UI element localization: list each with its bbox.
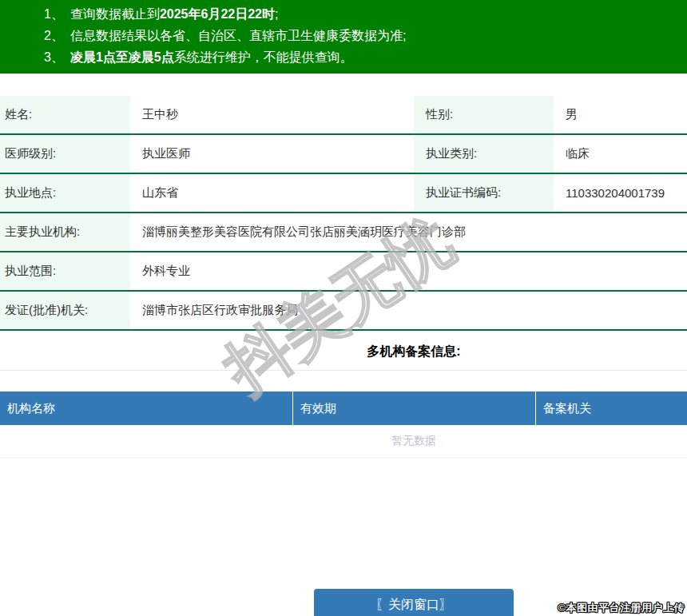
close-window-button[interactable]: 〖关闭窗口〗 — [314, 589, 514, 616]
field-value-practice-category: 临床 — [554, 135, 687, 173]
field-label-issuing-authority: 发证(批准)机关: — [0, 292, 130, 329]
notice-text: 查询数据截止到2025年6月22日22时; — [70, 3, 279, 25]
notice-number: 3、 — [44, 46, 64, 68]
org-header-filing-authority: 备案机关 — [536, 391, 687, 425]
table-row: 执业地点: 山东省 执业证书编码: 110330204001739 — [0, 174, 687, 213]
page-viewport: 1、 查询数据截止到2025年6月22日22时; 2、 信息数据结果以各省、自治… — [0, 0, 687, 616]
field-value-name: 王中秒 — [130, 96, 414, 133]
notice-text: 信息数据结果以各省、自治区、直辖市卫生健康委数据为准; — [70, 25, 406, 46]
field-label-practice-category: 执业类别: — [414, 135, 554, 173]
org-header-institution-name: 机构名称 — [0, 391, 292, 425]
multi-org-title: 多机构备案信息: — [0, 344, 687, 360]
field-label-gender: 性别: — [414, 96, 554, 133]
notice-item: 3、 凌晨1点至凌晨5点系统进行维护，不能提供查询。 — [0, 46, 687, 68]
empty-data-text: 暂无数据 — [0, 425, 687, 458]
notice-number: 1、 — [44, 3, 64, 25]
upload-attribution-stamp: ©本图由平台注册用户上传 — [558, 601, 685, 615]
table-row: 发证(批准)机关: 淄博市张店区行政审批服务局 — [0, 292, 687, 331]
table-row: 姓名: 王中秒 性别: 男 — [0, 96, 687, 135]
notice-list: 1、 查询数据截止到2025年6月22日22时; 2、 信息数据结果以各省、自治… — [0, 3, 687, 68]
org-header-validity-period: 有效期 — [293, 391, 535, 425]
field-label-practice-location: 执业地点: — [0, 174, 130, 212]
field-label-name: 姓名: — [0, 96, 130, 133]
multi-org-section-header: 多机构备案信息: — [0, 344, 687, 371]
field-value-certificate-no: 110330204001739 — [554, 174, 687, 212]
field-label-certificate-no: 执业证书编码: — [414, 174, 554, 212]
notice-item: 2、 信息数据结果以各省、自治区、直辖市卫生健康委数据为准; — [0, 25, 687, 46]
table-row: 执业范围: 外科专业 — [0, 252, 687, 292]
notice-number: 2、 — [44, 25, 64, 46]
notice-item: 1、 查询数据截止到2025年6月22日22时; — [0, 3, 687, 25]
table-row: 医师级别: 执业医师 执业类别: 临床 — [0, 135, 687, 174]
field-label-doctor-level: 医师级别: — [0, 135, 130, 173]
field-value-main-institution: 淄博丽美整形美容医院有限公司张店丽美涵玥医疗美容门诊部 — [130, 213, 687, 251]
field-value-doctor-level: 执业医师 — [130, 135, 414, 173]
notice-text: 凌晨1点至凌晨5点系统进行维护，不能提供查询。 — [70, 46, 353, 68]
practitioner-info-table: 姓名: 王中秒 性别: 男 医师级别: 执业医师 执业类别: 临床 执业地点: … — [0, 96, 687, 331]
org-table-header: 机构名称 有效期 备案机关 — [0, 391, 687, 425]
table-row: 主要执业机构: 淄博丽美整形美容医院有限公司张店丽美涵玥医疗美容门诊部 — [0, 213, 687, 252]
field-value-issuing-authority: 淄博市张店区行政审批服务局 — [130, 292, 687, 329]
notice-banner: 1、 查询数据截止到2025年6月22日22时; 2、 信息数据结果以各省、自治… — [0, 0, 687, 74]
field-label-main-institution: 主要执业机构: — [0, 213, 130, 251]
field-value-practice-scope: 外科专业 — [130, 252, 687, 290]
field-label-practice-scope: 执业范围: — [0, 252, 130, 290]
field-value-practice-location: 山东省 — [130, 174, 414, 212]
page-content: 1、 查询数据截止到2025年6月22日22时; 2、 信息数据结果以各省、自治… — [0, 0, 687, 616]
field-value-gender: 男 — [554, 96, 687, 133]
